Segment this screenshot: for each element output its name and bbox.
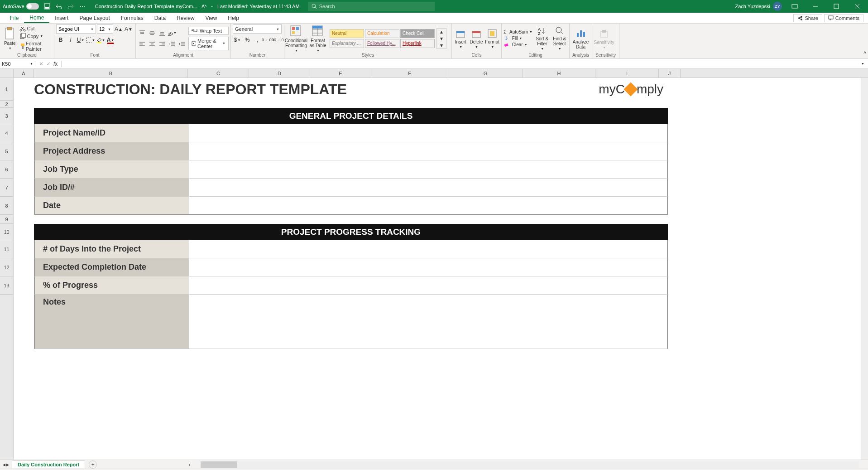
row-header[interactable]: 11: [0, 240, 13, 258]
col-header[interactable]: C: [188, 69, 249, 78]
tab-review[interactable]: Review: [171, 14, 200, 23]
italic-button[interactable]: I: [66, 35, 75, 44]
sheet-nav-prev-icon[interactable]: ◂: [3, 461, 5, 468]
format-painter-button[interactable]: Format Painter: [19, 41, 52, 52]
style-neutral[interactable]: Neutral: [330, 29, 364, 38]
row-header[interactable]: 9: [0, 215, 13, 224]
row-header[interactable]: 10: [0, 224, 13, 240]
qat-more-icon[interactable]: ⋯: [79, 3, 86, 10]
autosave-toggle[interactable]: AutoSave: [3, 3, 39, 10]
cell[interactable]: [189, 295, 667, 349]
scroll-thumb[interactable]: [201, 461, 237, 468]
merge-center-button[interactable]: Merge & Center▼: [188, 37, 229, 50]
style-followed-hyperlink[interactable]: Followed Hy...: [365, 39, 399, 48]
cell[interactable]: [189, 276, 667, 294]
format-cells-button[interactable]: Format▼: [485, 25, 499, 52]
paste-button[interactable]: Paste ▼: [2, 25, 18, 52]
row-header[interactable]: 1: [0, 78, 13, 101]
align-left-icon[interactable]: [138, 39, 147, 48]
undo-icon[interactable]: [55, 3, 62, 10]
cell-grid[interactable]: CONSTRUCTION: DAILY REPORT TEMPLATE myC …: [14, 78, 861, 460]
align-middle-icon[interactable]: [148, 29, 157, 38]
border-button[interactable]: ▼: [86, 35, 95, 44]
font-name-combo[interactable]: ▼: [56, 24, 96, 34]
row-header[interactable]: 6: [0, 160, 13, 179]
style-check-cell[interactable]: Check Cell: [400, 29, 435, 38]
row-header[interactable]: 12: [0, 258, 13, 276]
cancel-formula-icon[interactable]: ✕: [39, 61, 43, 67]
tab-page-layout[interactable]: Page Layout: [74, 14, 115, 23]
search-input[interactable]: [319, 4, 431, 9]
maximize-icon[interactable]: [828, 1, 844, 12]
align-top-icon[interactable]: [138, 29, 147, 38]
col-header[interactable]: G: [448, 69, 523, 78]
currency-icon[interactable]: $▼: [233, 35, 242, 44]
user-account[interactable]: Zach Yuzdepski ZY: [735, 2, 782, 11]
increase-indent-icon[interactable]: [177, 39, 187, 48]
row-header[interactable]: 3: [0, 108, 13, 124]
align-bottom-icon[interactable]: [158, 29, 167, 38]
font-color-button[interactable]: A▼: [106, 35, 115, 44]
shrink-font-icon[interactable]: A▼: [124, 24, 133, 34]
sheet-tab-active[interactable]: Daily Construction Report: [12, 460, 85, 468]
tab-insert[interactable]: Insert: [49, 14, 74, 23]
cell[interactable]: [189, 124, 667, 142]
col-header[interactable]: A: [14, 69, 34, 78]
style-scroll-up-icon[interactable]: ▴: [437, 29, 446, 35]
select-all-corner[interactable]: [0, 69, 14, 78]
redo-icon[interactable]: [67, 3, 74, 10]
copy-button[interactable]: Copy▼: [19, 33, 52, 39]
decrease-decimal-icon[interactable]: .00→.0: [273, 35, 282, 44]
minimize-icon[interactable]: [807, 1, 824, 12]
name-box[interactable]: K50▼: [0, 61, 35, 67]
fx-icon[interactable]: fx: [53, 61, 58, 67]
fill-color-button[interactable]: ▼: [96, 35, 105, 44]
cut-button[interactable]: Cut: [19, 25, 52, 32]
font-size-combo[interactable]: ▼: [97, 24, 113, 34]
sheet-nav-next-icon[interactable]: ▸: [6, 461, 9, 468]
expand-formula-icon[interactable]: ▼: [858, 62, 868, 65]
wrap-text-button[interactable]: abWrap Text: [188, 27, 229, 35]
style-scroll-down-icon[interactable]: ▾: [437, 35, 446, 42]
tab-home[interactable]: Home: [24, 13, 49, 23]
col-header[interactable]: I: [595, 69, 659, 78]
col-header[interactable]: B: [34, 69, 188, 78]
cell[interactable]: [189, 258, 667, 276]
fill-button[interactable]: Fill▼: [504, 35, 532, 41]
horizontal-scrollbar[interactable]: [201, 461, 859, 468]
underline-button[interactable]: U▼: [76, 35, 85, 44]
cell[interactable]: [189, 179, 667, 196]
decrease-indent-icon[interactable]: [168, 39, 177, 48]
delete-cells-button[interactable]: Delete▼: [470, 25, 484, 52]
row-header[interactable]: 2: [0, 101, 13, 108]
clear-button[interactable]: Clear▼: [504, 42, 532, 47]
col-header[interactable]: H: [523, 69, 595, 78]
enter-formula-icon[interactable]: ✓: [46, 61, 51, 67]
sort-filter-button[interactable]: AZSort & Filter▼: [534, 25, 550, 52]
row-header[interactable]: 5: [0, 142, 13, 160]
search-box[interactable]: [308, 2, 435, 11]
ribbon-display-icon[interactable]: [786, 1, 803, 12]
cell[interactable]: [189, 160, 667, 178]
style-more-icon[interactable]: ▾: [437, 42, 446, 48]
row-header[interactable]: 8: [0, 197, 13, 215]
share-button[interactable]: Share: [793, 14, 822, 22]
col-header[interactable]: J: [659, 69, 681, 78]
align-right-icon[interactable]: [158, 39, 167, 48]
style-explanatory[interactable]: Explanatory ...: [330, 39, 364, 48]
col-header[interactable]: E: [310, 69, 371, 78]
style-calculation[interactable]: Calculation: [365, 29, 399, 38]
row-header[interactable]: 13: [0, 276, 13, 295]
collapse-ribbon-icon[interactable]: ^: [863, 50, 866, 57]
accessibility-icon[interactable]: Aᴬ: [201, 4, 206, 9]
format-as-table-button[interactable]: Format as Table▼: [308, 25, 328, 52]
add-sheet-button[interactable]: +: [89, 460, 97, 469]
conditional-formatting-button[interactable]: Conditional Formatting▼: [286, 25, 306, 52]
tab-split-icon[interactable]: ⋮: [187, 462, 192, 467]
percent-icon[interactable]: %: [243, 35, 252, 44]
style-hyperlink[interactable]: Hyperlink: [400, 39, 435, 48]
tab-data[interactable]: Data: [149, 14, 171, 23]
row-header[interactable]: 4: [0, 124, 13, 142]
tab-help[interactable]: Help: [222, 14, 245, 23]
save-icon[interactable]: [43, 3, 51, 10]
